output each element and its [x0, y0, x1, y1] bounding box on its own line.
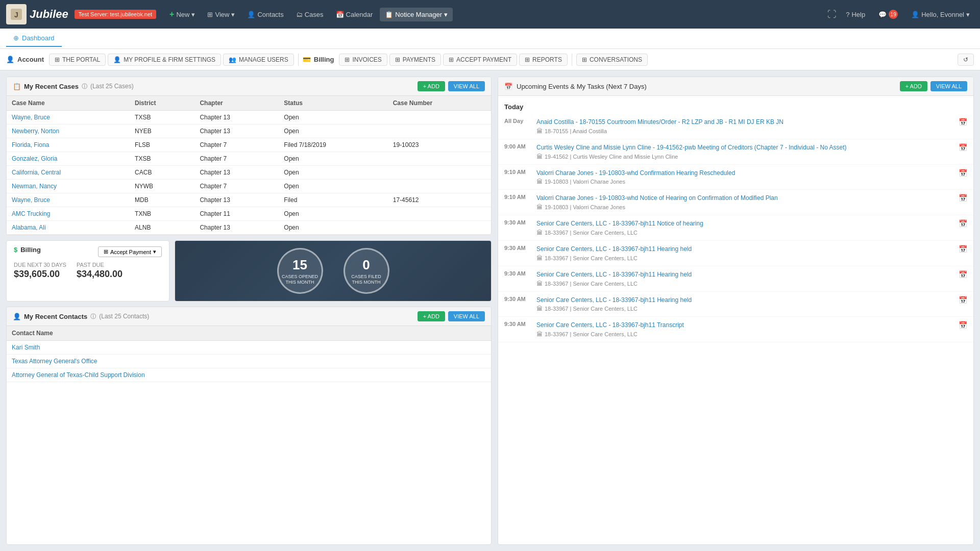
event-add-calendar-icon[interactable]: 📅: [959, 194, 967, 211]
add-case-button[interactable]: + ADD: [418, 81, 445, 91]
accept-payment-button[interactable]: ⊞ ACCEPT PAYMENT: [443, 54, 517, 66]
add-event-button[interactable]: + ADD: [900, 81, 927, 91]
case-name-link[interactable]: Wayne, Bruce: [12, 114, 50, 121]
event-title-link[interactable]: Valorri Charae Jones - 19-10803-whd Conf…: [536, 169, 954, 178]
event-add-calendar-icon[interactable]: 📅: [959, 143, 967, 160]
event-title-link[interactable]: Senior Care Centers, LLC - 18-33967-bjh1…: [536, 296, 954, 305]
event-content: Senior Care Centers, LLC - 18-33967-bjh1…: [536, 296, 954, 313]
account-section: 👤 Account: [6, 56, 44, 63]
event-add-calendar-icon[interactable]: 📅: [959, 118, 967, 135]
case-name-link[interactable]: Florida, Fiona: [12, 141, 49, 148]
event-add-calendar-icon[interactable]: 📅: [959, 219, 967, 236]
event-meta-text: 18-33967 | Senior Care Centers, LLC: [545, 230, 638, 236]
notice-manager-button[interactable]: 📋 Notice Manager ▾: [380, 8, 453, 21]
contact-name-link[interactable]: Kari Smith: [12, 344, 40, 351]
payments-button[interactable]: ⊞ PAYMENTS: [389, 54, 441, 66]
logo-area[interactable]: J Jubilee: [6, 4, 68, 24]
event-add-calendar-icon[interactable]: 📅: [959, 270, 967, 287]
main-content: 📋 My Recent Cases ⓘ (Last 25 Cases) + AD…: [0, 70, 980, 551]
chapter-cell: Chapter 13: [194, 221, 279, 235]
contacts-button[interactable]: 👤 Contacts: [242, 8, 288, 21]
view-all-cases-button[interactable]: VIEW ALL: [448, 81, 485, 91]
event-title-link[interactable]: Senior Care Centers, LLC - 18-33967-bjh1…: [536, 321, 954, 330]
case-number-cell: [388, 166, 491, 180]
contacts-label: Contacts: [257, 11, 283, 18]
event-add-calendar-icon[interactable]: 📅: [959, 321, 967, 338]
event-time: 9:30 AM: [504, 321, 532, 338]
reports-button[interactable]: ⊞ REPORTS: [519, 54, 568, 66]
new-button[interactable]: + New ▾: [164, 7, 200, 22]
billing-section: 💳 Billing: [303, 56, 334, 63]
recent-cases-info-icon[interactable]: ⓘ: [82, 83, 87, 90]
calendar-button[interactable]: 📅 Calendar: [331, 8, 378, 21]
case-name-link[interactable]: Alabama, Ali: [12, 224, 46, 231]
case-name-link[interactable]: Wayne, Bruce: [12, 196, 50, 204]
case-name-link[interactable]: California, Central: [12, 169, 61, 176]
event-title-link[interactable]: Senior Care Centers, LLC - 18-33967-bjh1…: [536, 270, 954, 279]
table-row: Florida, Fiona FLSB Chapter 7 Filed 7/18…: [7, 138, 491, 152]
event-add-calendar-icon[interactable]: 📅: [959, 169, 967, 186]
my-profile-button[interactable]: 👤 MY PROFILE & FIRM SETTINGS: [108, 54, 221, 66]
manage-users-button[interactable]: 👥 MANAGE USERS: [223, 54, 294, 66]
dashboard-tab[interactable]: ⊕ Dashboard: [6, 30, 62, 47]
view-all-events-button[interactable]: VIEW ALL: [930, 81, 967, 91]
event-meta-text: 18-33967 | Senior Care Centers, LLC: [545, 331, 638, 337]
invoices-button[interactable]: ⊞ INVOICES: [339, 54, 387, 66]
cases-label: Cases: [305, 11, 324, 18]
case-name-link[interactable]: Newman, Nancy: [12, 183, 57, 190]
conversations-button[interactable]: ⊞ CONVERSATIONS: [576, 54, 648, 66]
case-name-link[interactable]: AMC Trucking: [12, 210, 50, 217]
reports-label: REPORTS: [532, 56, 562, 63]
account-refresh-button[interactable]: ↺: [958, 54, 974, 66]
past-due-block: PAST DUE $34,480.00: [77, 262, 122, 280]
col-chapter: Chapter: [194, 96, 279, 111]
add-contact-button[interactable]: + ADD: [418, 311, 445, 321]
calendar-icon: 📅: [336, 11, 344, 18]
recent-contacts-info-icon[interactable]: ⓘ: [90, 313, 96, 320]
contact-name-link[interactable]: Attorney General of Texas-Child Support …: [12, 371, 145, 379]
view-all-contacts-button[interactable]: VIEW ALL: [448, 311, 485, 321]
user-label: Hello, Evonnel: [921, 11, 964, 18]
event-case-icon: 🏛: [536, 229, 543, 236]
case-name-cell: Alabama, Ali: [7, 221, 130, 235]
fullscreen-button[interactable]: ⛶: [827, 9, 837, 20]
view-button[interactable]: ⊞ View ▾: [202, 8, 240, 21]
case-number-cell: [388, 152, 491, 166]
status-cell: Open: [279, 152, 387, 166]
recent-contacts-subtitle: (Last 25 Contacts): [99, 313, 149, 320]
user-menu-button[interactable]: 👤 Hello, Evonnel ▾: [907, 8, 974, 21]
contact-name-cell: Texas Attorney General's Office: [7, 355, 491, 368]
the-portal-button[interactable]: ⊞ THE PORTAL: [49, 54, 106, 66]
recent-cases-actions: + ADD VIEW ALL: [418, 81, 485, 91]
notification-count: 19: [889, 10, 898, 19]
accept-payment-btn[interactable]: ⊞ Accept Payment ▾: [98, 246, 162, 257]
event-title-link[interactable]: Anaid Costilla - 18-70155 Courtroom Minu…: [536, 118, 954, 127]
cases-table-header-row: Case Name District Chapter Status Case N…: [7, 96, 491, 111]
event-case-icon: 🏛: [536, 280, 543, 287]
invoices-label: INVOICES: [352, 56, 381, 63]
notifications-button[interactable]: 💬 19: [874, 7, 902, 21]
event-add-calendar-icon[interactable]: 📅: [959, 245, 967, 262]
case-number-cell: [388, 180, 491, 193]
contact-name-link[interactable]: Texas Attorney General's Office: [12, 358, 97, 365]
event-title-link[interactable]: Senior Care Centers, LLC - 18-33967-bjh1…: [536, 245, 954, 254]
case-name-link[interactable]: Newberry, Norton: [12, 128, 59, 135]
table-row: California, Central CACB Chapter 13 Open: [7, 166, 491, 180]
event-meta: 🏛 18-33967 | Senior Care Centers, LLC: [536, 305, 954, 312]
case-name-link[interactable]: Gonzalez, Gloria: [12, 155, 57, 162]
reports-icon: ⊞: [525, 56, 530, 63]
event-title-link[interactable]: Curtis Wesley Cline and Missie Lynn Clin…: [536, 143, 954, 152]
cases-button[interactable]: 🗂 Cases: [291, 8, 329, 21]
billing-icon: 💳: [303, 56, 311, 63]
accept-payment-icon: ⊞: [449, 56, 454, 63]
event-title-link[interactable]: Senior Care Centers, LLC - 18-33967-bjh1…: [536, 219, 954, 228]
event-add-calendar-icon[interactable]: 📅: [959, 296, 967, 313]
event-title-link[interactable]: Valorri Charae Jones - 19-10803-whd Noti…: [536, 194, 954, 203]
case-number-cell: 19-10023: [388, 138, 491, 152]
manage-users-label: MANAGE USERS: [239, 56, 288, 63]
help-button[interactable]: ? Help: [842, 8, 869, 21]
cases-opened-label: CASES OPENEDTHIS MONTH: [282, 274, 318, 285]
list-item: Attorney General of Texas-Child Support …: [7, 368, 491, 382]
event-item: 9:00 AM Curtis Wesley Cline and Missie L…: [498, 139, 973, 165]
right-panel: 📅 Upcoming Events & My Tasks (Next 7 Day…: [498, 70, 980, 551]
